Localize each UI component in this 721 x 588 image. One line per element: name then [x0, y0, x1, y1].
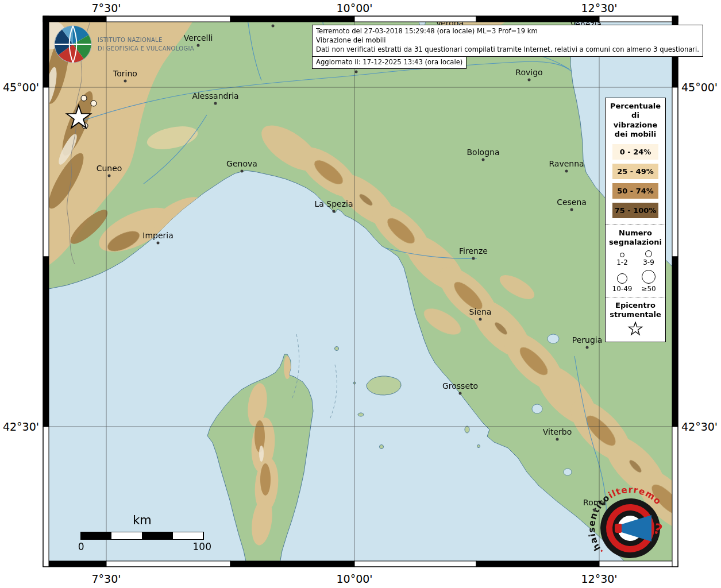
- legend-size-item: 3-9: [635, 250, 662, 266]
- legend-class-swatch: 50 - 74%: [612, 183, 658, 199]
- report-size-circle-icon: [645, 250, 652, 257]
- legend-epicenter-title: Epicentro strumentale: [607, 300, 664, 321]
- report-size-label: ≥50: [641, 285, 656, 293]
- scale-bar: km 0 100: [80, 513, 204, 552]
- event-disclaimer: Dati non verificati estratti da 31 quest…: [316, 45, 699, 55]
- ingv-globe-icon: [53, 24, 93, 64]
- legend-vibration-classes: 0 - 24%25 - 49%50 - 74%75 - 100%: [607, 144, 664, 218]
- lon-label-top: 10°00': [336, 2, 372, 14]
- legend-report-sizes: 1-23-910-49≥50: [607, 249, 664, 295]
- report-size-label: 3-9: [643, 258, 654, 266]
- map-legend: Percentuale di vibrazione dei mobili 0 -…: [605, 98, 666, 342]
- lon-label-top: 7°30': [92, 2, 121, 14]
- legend-size-item: 1-2: [609, 250, 635, 266]
- observation-circle: [81, 95, 87, 101]
- observation-circle: [91, 100, 97, 106]
- map-screenshot: www.haisentitoilterremoto.it ? MilanoVer…: [0, 0, 721, 588]
- legend-reports-title: Numero segnalazioni: [607, 227, 664, 249]
- legend-class-swatch: 0 - 24%: [612, 144, 658, 160]
- legend-class-swatch: 25 - 49%: [612, 164, 658, 179]
- scale-bar-unit: km: [80, 513, 204, 527]
- legend-class-swatch: 75 - 100%: [612, 203, 658, 218]
- lat-label-right: 45°00': [681, 81, 718, 94]
- report-size-label: 1-2: [616, 258, 628, 266]
- event-info-box: Terremoto del 27-03-2018 15:29:48 (ora l…: [312, 25, 703, 69]
- legend-size-item: 10-49: [609, 270, 635, 293]
- epicenter-star-icon: [627, 322, 644, 337]
- lon-label-bottom: 7°30': [92, 572, 121, 585]
- legend-vibration-title: Percentuale di vibrazione dei mobili: [607, 100, 664, 140]
- lat-label-left: 45°00': [0, 81, 39, 94]
- report-size-label: 10-49: [612, 285, 633, 293]
- report-size-circle-icon: [642, 270, 656, 284]
- megaphone-handle-icon: [615, 524, 622, 533]
- legend-size-item: ≥50: [635, 270, 662, 293]
- ingv-logo: ISTITUTO NAZIONALE DI GEOFISICA E VULCAN…: [53, 24, 194, 64]
- ingv-name-line1: ISTITUTO NAZIONALE: [98, 36, 194, 44]
- lat-label-right: 42°30': [681, 420, 718, 433]
- scale-bar-end: 100: [193, 541, 211, 552]
- report-size-circle-icon: [620, 253, 624, 257]
- event-subtitle: Vibrazione dei mobili: [316, 36, 699, 45]
- lon-label-bottom: 12°30': [581, 572, 617, 585]
- lat-label-left: 42°30': [0, 420, 39, 433]
- lon-label-bottom: 10°00': [336, 572, 372, 585]
- scale-bar-start: 0: [78, 541, 84, 552]
- lon-label-top: 12°30': [581, 2, 617, 14]
- report-size-circle-icon: [617, 273, 627, 284]
- event-title: Terremoto del 27-03-2018 15:29:48 (ora l…: [316, 27, 699, 36]
- scale-bar-graphic: [80, 532, 204, 540]
- event-updated: Aggiornato il: 17-12-2025 13:43 (ora loc…: [312, 56, 466, 69]
- ingv-name-line2: DI GEOFISICA E VULCANOLOGIA: [98, 44, 194, 53]
